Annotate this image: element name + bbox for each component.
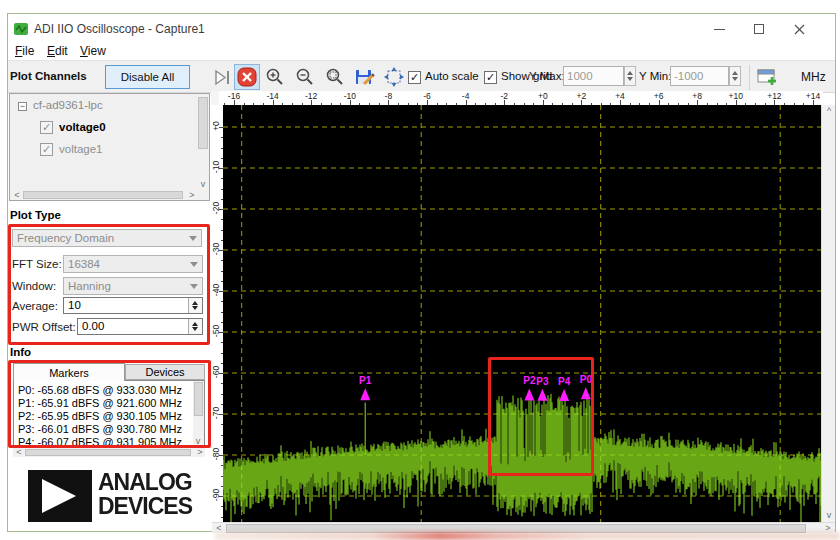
new-plot-icon (757, 67, 778, 87)
tree-expander[interactable]: − (18, 102, 27, 111)
scrollbar-thumb[interactable] (25, 449, 191, 456)
check-icon: ✓ (486, 71, 495, 83)
y-tick-label: -10 (211, 155, 221, 179)
pan-button[interactable] (383, 66, 405, 88)
tree-device-label[interactable]: cf-ad9361-lpc (33, 99, 103, 111)
menu-file[interactable]: File (15, 44, 34, 58)
auto-scale-checkbox[interactable]: ✓ (408, 71, 421, 84)
marker-arrow-icon[interactable] (360, 388, 370, 400)
y-tick-label: -90 (211, 483, 221, 507)
window-title: ADI IIO Oscilloscope - Capture1 (34, 22, 205, 36)
voltage1-label[interactable]: voltage1 (59, 143, 102, 155)
capture-stop-icon (237, 67, 257, 87)
spin-down-icon (627, 77, 633, 81)
maximize-icon (754, 24, 764, 34)
markers-horizontal-scrollbar[interactable]: < > (13, 448, 205, 457)
save-icon (355, 67, 375, 87)
voltage0-label[interactable]: voltage0 (59, 121, 106, 133)
zoom-in-button[interactable] (264, 66, 286, 88)
logo-text-line1: ANALOG (98, 470, 192, 494)
save-button[interactable] (354, 66, 376, 88)
minimize-icon (714, 29, 725, 30)
show-grid-checkbox[interactable]: ✓ (484, 71, 497, 84)
check-icon: ✓ (42, 143, 51, 155)
disable-all-button[interactable]: Disable All (105, 65, 190, 89)
menu-bar: File Edit View (8, 44, 835, 60)
marker-label: P1 (359, 375, 372, 386)
check-icon: ✓ (410, 71, 419, 83)
plot-channels-tree[interactable]: − cf-ad9361-lpc ✓ voltage0 ✓ voltage1 v … (9, 93, 210, 201)
minus-icon: − (20, 101, 25, 111)
zoom-in-icon (265, 67, 285, 87)
screenshot-root: ADI IIO Oscilloscope - Capture1 File Edi… (0, 0, 840, 540)
app-icon (14, 22, 28, 36)
scroll-down-icon[interactable]: v (198, 180, 208, 189)
y-max-input[interactable] (563, 66, 624, 86)
plot-type-highlight-rect (8, 224, 210, 345)
spin-down-icon (732, 77, 738, 81)
title-bar[interactable]: ADI IIO Oscilloscope - Capture1 (8, 14, 835, 44)
tree-horizontal-scrollbar[interactable]: < > (11, 190, 197, 200)
scroll-down-icon[interactable]: v (824, 511, 834, 520)
y-axis-ruler: +0-10-20-30-40-50-60-70-80-90 (211, 105, 223, 522)
disable-all-label: Disable All (121, 71, 175, 83)
plot-type-heading: Plot Type (10, 209, 61, 221)
menu-edit[interactable]: Edit (47, 44, 68, 58)
new-plot-button[interactable] (756, 66, 778, 88)
x-axis-ruler: -16-14-12-10-8-6-4-2+0+2+4+6+8+10+12+14+… (219, 91, 823, 105)
signal-band-highlight-rect (488, 357, 594, 476)
toolbar-separator (749, 65, 750, 90)
spin-up-icon (732, 71, 738, 75)
scroll-right-icon[interactable]: > (187, 191, 197, 200)
scroll-left-icon[interactable]: < (12, 191, 22, 200)
zoom-fit-button[interactable] (324, 66, 346, 88)
y-tick-label: -30 (211, 237, 221, 261)
y-min-spinner[interactable] (729, 66, 741, 86)
capture-play-icon (213, 68, 232, 87)
app-window: ADI IIO Oscilloscope - Capture1 File Edi… (7, 13, 836, 532)
minimize-button[interactable] (702, 16, 736, 42)
plot-vertical-scrollbar[interactable]: ^ v (821, 105, 835, 522)
close-icon (794, 24, 805, 35)
voltage1-checkbox[interactable]: ✓ (40, 143, 53, 156)
y-tick-label: -40 (211, 278, 221, 302)
y-tick-label: +0 (211, 114, 221, 138)
y-tick-label: -60 (211, 360, 221, 384)
info-heading: Info (10, 346, 31, 358)
unit-label: MHz (801, 70, 826, 84)
capture-play-button[interactable] (211, 66, 233, 88)
auto-scale-label: Auto scale (425, 70, 479, 82)
analog-devices-logo-mark (28, 470, 92, 522)
menu-view[interactable]: View (80, 44, 106, 58)
scroll-left-icon[interactable]: < (14, 448, 24, 457)
y-max-label: Y Max: (529, 70, 565, 82)
voltage0-checkbox[interactable]: ✓ (40, 121, 53, 134)
tree-vertical-scrollbar[interactable]: v (197, 95, 209, 190)
desktop-smudge (215, 532, 840, 540)
check-icon: ✓ (42, 121, 51, 133)
close-button[interactable] (782, 16, 816, 42)
toolbar: Plot Channels Disable All (8, 60, 835, 93)
y-min-label: Y Min: (639, 70, 671, 82)
scroll-up-icon[interactable]: ^ (824, 107, 834, 116)
logo-text-line2: DEVICES (98, 494, 192, 518)
y-tick-label: -50 (211, 319, 221, 343)
pan-icon (384, 67, 404, 87)
zoom-out-icon (295, 67, 315, 87)
scrollbar-thumb[interactable] (23, 191, 183, 199)
zoom-out-button[interactable] (294, 66, 316, 88)
maximize-button[interactable] (742, 16, 776, 42)
y-min-input[interactable] (670, 66, 729, 86)
scroll-right-icon[interactable]: > (195, 448, 205, 457)
y-tick-label: -20 (211, 196, 221, 220)
scrollbar-thumb[interactable] (198, 97, 208, 149)
triangle-icon (28, 470, 92, 522)
y-tick-label: -70 (211, 401, 221, 425)
spin-up-icon (627, 71, 633, 75)
y-max-spinner[interactable] (624, 66, 636, 86)
capture-stop-button[interactable] (234, 64, 260, 90)
zoom-fit-icon (325, 67, 345, 87)
y-tick-label: -80 (211, 442, 221, 466)
plot-channels-label: Plot Channels (10, 70, 87, 82)
markers-highlight-rect (8, 360, 211, 448)
